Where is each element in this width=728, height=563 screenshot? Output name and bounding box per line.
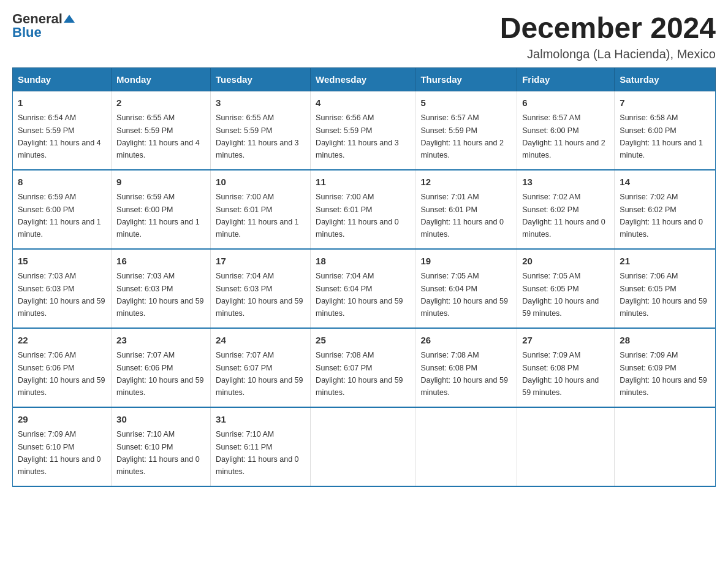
day-number: 31 xyxy=(216,413,305,427)
day-info: Sunrise: 7:00 AMSunset: 6:01 PMDaylight:… xyxy=(216,193,299,239)
day-number: 23 xyxy=(116,334,205,348)
day-info: Sunrise: 6:57 AMSunset: 5:59 PMDaylight:… xyxy=(420,113,504,159)
day-number: 13 xyxy=(522,175,609,190)
table-row: 12 Sunrise: 7:01 AMSunset: 6:01 PMDaylig… xyxy=(415,170,517,249)
day-number: 12 xyxy=(420,175,512,190)
table-row: 7 Sunrise: 6:58 AMSunset: 6:00 PMDayligh… xyxy=(615,91,716,170)
location-subtitle: Jalmolonga (La Hacienda), Mexico xyxy=(500,47,716,61)
col-wednesday: Wednesday xyxy=(311,67,415,91)
day-info: Sunrise: 7:09 AMSunset: 6:08 PMDaylight:… xyxy=(522,351,599,397)
day-info: Sunrise: 7:05 AMSunset: 6:05 PMDaylight:… xyxy=(522,272,599,318)
day-number: 9 xyxy=(116,175,205,190)
calendar-header-row: Sunday Monday Tuesday Wednesday Thursday… xyxy=(13,67,716,91)
day-number: 10 xyxy=(216,175,305,190)
day-number: 19 xyxy=(420,255,512,269)
day-info: Sunrise: 6:55 AMSunset: 5:59 PMDaylight:… xyxy=(116,113,200,159)
table-row: 22 Sunrise: 7:06 AMSunset: 6:06 PMDaylig… xyxy=(13,328,112,407)
day-number: 2 xyxy=(116,96,205,110)
table-row: 9 Sunrise: 6:59 AMSunset: 6:00 PMDayligh… xyxy=(112,170,211,249)
table-row: 27 Sunrise: 7:09 AMSunset: 6:08 PMDaylig… xyxy=(517,328,615,407)
calendar-week-row: 29 Sunrise: 7:09 AMSunset: 6:10 PMDaylig… xyxy=(13,407,716,486)
table-row: 15 Sunrise: 7:03 AMSunset: 6:03 PMDaylig… xyxy=(13,249,112,328)
day-number: 14 xyxy=(620,175,710,190)
day-number: 16 xyxy=(116,255,205,269)
day-info: Sunrise: 7:02 AMSunset: 6:02 PMDaylight:… xyxy=(620,193,703,239)
day-number: 22 xyxy=(18,334,106,348)
logo-text-line1: General xyxy=(12,12,75,26)
table-row: 29 Sunrise: 7:09 AMSunset: 6:10 PMDaylig… xyxy=(13,407,112,486)
day-info: Sunrise: 7:09 AMSunset: 6:09 PMDaylight:… xyxy=(620,351,707,397)
calendar-week-row: 1 Sunrise: 6:54 AMSunset: 5:59 PMDayligh… xyxy=(13,91,716,170)
day-info: Sunrise: 7:06 AMSunset: 6:05 PMDaylight:… xyxy=(620,272,707,318)
day-number: 29 xyxy=(18,413,106,427)
day-number: 30 xyxy=(116,413,205,427)
day-info: Sunrise: 7:03 AMSunset: 6:03 PMDaylight:… xyxy=(18,272,105,318)
day-number: 20 xyxy=(522,255,609,269)
table-row: 10 Sunrise: 7:00 AMSunset: 6:01 PMDaylig… xyxy=(211,170,311,249)
day-info: Sunrise: 7:05 AMSunset: 6:04 PMDaylight:… xyxy=(420,272,507,318)
table-row: 13 Sunrise: 7:02 AMSunset: 6:02 PMDaylig… xyxy=(517,170,615,249)
day-info: Sunrise: 6:59 AMSunset: 6:00 PMDaylight:… xyxy=(116,193,200,239)
table-row: 8 Sunrise: 6:59 AMSunset: 6:00 PMDayligh… xyxy=(13,170,112,249)
table-row: 17 Sunrise: 7:04 AMSunset: 6:03 PMDaylig… xyxy=(211,249,311,328)
day-number: 4 xyxy=(316,96,410,110)
logo-text-line2: Blue xyxy=(12,25,42,40)
calendar-week-row: 22 Sunrise: 7:06 AMSunset: 6:06 PMDaylig… xyxy=(13,328,716,407)
day-info: Sunrise: 7:07 AMSunset: 6:07 PMDaylight:… xyxy=(216,351,303,397)
day-number: 11 xyxy=(316,175,410,190)
day-info: Sunrise: 7:04 AMSunset: 6:04 PMDaylight:… xyxy=(316,272,403,318)
day-info: Sunrise: 6:55 AMSunset: 5:59 PMDaylight:… xyxy=(216,113,299,159)
day-number: 21 xyxy=(620,255,710,269)
title-block: December 2024 Jalmolonga (La Hacienda), … xyxy=(500,12,716,61)
table-row: 18 Sunrise: 7:04 AMSunset: 6:04 PMDaylig… xyxy=(311,249,415,328)
col-sunday: Sunday xyxy=(13,67,112,91)
table-row: 30 Sunrise: 7:10 AMSunset: 6:10 PMDaylig… xyxy=(112,407,211,486)
table-row: 23 Sunrise: 7:07 AMSunset: 6:06 PMDaylig… xyxy=(112,328,211,407)
table-row: 24 Sunrise: 7:07 AMSunset: 6:07 PMDaylig… xyxy=(211,328,311,407)
table-row: 1 Sunrise: 6:54 AMSunset: 5:59 PMDayligh… xyxy=(13,91,112,170)
table-row xyxy=(517,407,615,486)
day-number: 6 xyxy=(522,96,609,110)
table-row xyxy=(311,407,415,486)
day-number: 26 xyxy=(420,334,512,348)
col-monday: Monday xyxy=(112,67,211,91)
table-row: 2 Sunrise: 6:55 AMSunset: 5:59 PMDayligh… xyxy=(112,91,211,170)
col-saturday: Saturday xyxy=(615,67,716,91)
calendar-week-row: 15 Sunrise: 7:03 AMSunset: 6:03 PMDaylig… xyxy=(13,249,716,328)
day-info: Sunrise: 7:10 AMSunset: 6:11 PMDaylight:… xyxy=(216,430,299,476)
day-number: 1 xyxy=(18,96,106,110)
day-number: 7 xyxy=(620,96,710,110)
day-number: 25 xyxy=(316,334,410,348)
day-info: Sunrise: 7:03 AMSunset: 6:03 PMDaylight:… xyxy=(116,272,203,318)
calendar-table: Sunday Monday Tuesday Wednesday Thursday… xyxy=(12,67,716,487)
day-number: 28 xyxy=(620,334,710,348)
month-year-title: December 2024 xyxy=(500,12,716,45)
table-row: 11 Sunrise: 7:00 AMSunset: 6:01 PMDaylig… xyxy=(311,170,415,249)
calendar-week-row: 8 Sunrise: 6:59 AMSunset: 6:00 PMDayligh… xyxy=(13,170,716,249)
table-row: 21 Sunrise: 7:06 AMSunset: 6:05 PMDaylig… xyxy=(615,249,716,328)
table-row: 3 Sunrise: 6:55 AMSunset: 5:59 PMDayligh… xyxy=(211,91,311,170)
day-info: Sunrise: 7:08 AMSunset: 6:07 PMDaylight:… xyxy=(316,351,403,397)
table-row xyxy=(615,407,716,486)
day-info: Sunrise: 7:10 AMSunset: 6:10 PMDaylight:… xyxy=(116,430,200,476)
day-info: Sunrise: 6:59 AMSunset: 6:00 PMDaylight:… xyxy=(18,193,101,239)
table-row: 6 Sunrise: 6:57 AMSunset: 6:00 PMDayligh… xyxy=(517,91,615,170)
day-info: Sunrise: 7:00 AMSunset: 6:01 PMDaylight:… xyxy=(316,193,399,239)
table-row xyxy=(415,407,517,486)
day-info: Sunrise: 6:57 AMSunset: 6:00 PMDaylight:… xyxy=(522,113,605,159)
table-row: 31 Sunrise: 7:10 AMSunset: 6:11 PMDaylig… xyxy=(211,407,311,486)
day-number: 3 xyxy=(216,96,305,110)
page-header: General Blue December 2024 Jalmolonga (L… xyxy=(12,12,716,61)
day-info: Sunrise: 7:02 AMSunset: 6:02 PMDaylight:… xyxy=(522,193,605,239)
day-info: Sunrise: 6:58 AMSunset: 6:00 PMDaylight:… xyxy=(620,113,703,159)
day-info: Sunrise: 6:54 AMSunset: 5:59 PMDaylight:… xyxy=(18,113,101,159)
table-row: 5 Sunrise: 6:57 AMSunset: 5:59 PMDayligh… xyxy=(415,91,517,170)
day-info: Sunrise: 7:06 AMSunset: 6:06 PMDaylight:… xyxy=(18,351,105,397)
table-row: 19 Sunrise: 7:05 AMSunset: 6:04 PMDaylig… xyxy=(415,249,517,328)
col-thursday: Thursday xyxy=(415,67,517,91)
day-info: Sunrise: 7:08 AMSunset: 6:08 PMDaylight:… xyxy=(420,351,507,397)
table-row: 20 Sunrise: 7:05 AMSunset: 6:05 PMDaylig… xyxy=(517,249,615,328)
day-number: 5 xyxy=(420,96,512,110)
day-info: Sunrise: 7:07 AMSunset: 6:06 PMDaylight:… xyxy=(116,351,203,397)
day-number: 15 xyxy=(18,255,106,269)
